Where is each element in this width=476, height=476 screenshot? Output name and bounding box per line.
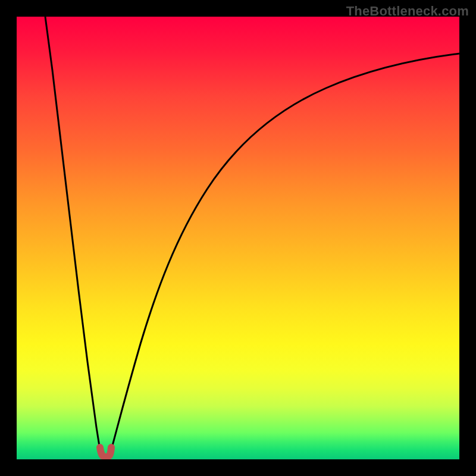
plot-area <box>17 17 459 459</box>
curve-layer <box>17 17 459 459</box>
curve-right-branch <box>111 54 459 450</box>
watermark-text: TheBottleneck.com <box>346 4 469 19</box>
curve-notch <box>100 447 111 457</box>
chart-frame: TheBottleneck.com <box>0 0 476 476</box>
curve-left-branch <box>45 17 100 450</box>
